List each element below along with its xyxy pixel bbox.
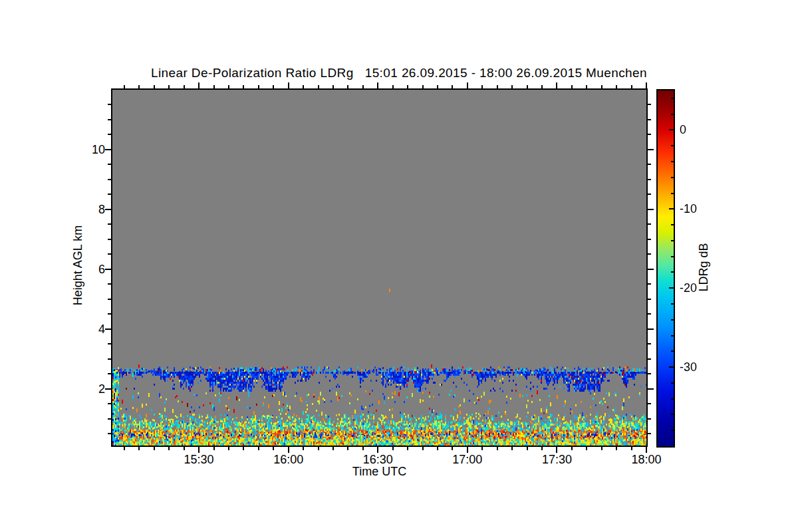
x-major-tick (556, 447, 557, 453)
y-tick-label: 2 (65, 382, 105, 396)
y-major-tick (105, 149, 111, 150)
x-minor-tick (362, 85, 364, 88)
x-major-tick (288, 82, 289, 88)
x-minor-tick (422, 85, 424, 88)
colorbar (658, 90, 674, 446)
x-minor-tick (497, 447, 498, 450)
x-minor-tick (318, 447, 319, 450)
y-minor-tick (108, 223, 111, 225)
x-minor-tick (303, 85, 304, 88)
colorbar-minor-tick (671, 161, 674, 162)
colorbar-minor-tick (671, 350, 674, 352)
y-minor-tick (108, 104, 111, 105)
x-minor-tick (407, 447, 408, 450)
y-major-tick (648, 329, 654, 330)
x-minor-tick (213, 447, 215, 450)
x-minor-tick (347, 447, 348, 450)
colorbar-minor-tick (671, 114, 674, 115)
x-minor-tick (124, 447, 125, 450)
x-minor-tick (332, 85, 334, 88)
x-minor-tick (527, 85, 528, 88)
x-minor-tick (168, 85, 170, 88)
x-minor-tick (138, 85, 140, 88)
y-minor-tick (648, 403, 651, 404)
x-minor-tick (452, 447, 453, 450)
x-minor-tick (258, 85, 259, 88)
x-minor-tick (571, 447, 573, 450)
x-minor-tick (541, 85, 543, 88)
x-minor-tick (511, 85, 513, 88)
x-minor-tick (437, 85, 438, 88)
x-minor-tick (213, 85, 215, 88)
x-minor-tick (511, 447, 513, 450)
y-tick-label: 6 (65, 263, 105, 276)
y-minor-tick (108, 313, 111, 315)
y-tick-label: 8 (65, 203, 105, 216)
x-major-tick (198, 447, 200, 453)
colorbar-tick-label: -10 (680, 202, 697, 215)
x-minor-tick (228, 447, 229, 450)
x-minor-tick (422, 447, 424, 450)
x-major-tick (288, 447, 289, 453)
x-minor-tick (362, 447, 364, 450)
x-minor-tick (497, 85, 498, 88)
x-major-tick (377, 447, 378, 453)
colorbar-minor-tick (671, 335, 674, 336)
x-tick-label: 18:00 (618, 453, 674, 466)
colorbar-minor-tick (671, 256, 674, 257)
x-minor-tick (243, 85, 244, 88)
x-minor-tick (527, 447, 528, 450)
y-minor-tick (108, 433, 111, 434)
x-axis-label: Time UTC (112, 465, 646, 479)
y-minor-tick (648, 358, 651, 360)
heatmap-plot-area (112, 90, 646, 446)
y-tick-label: 4 (65, 323, 105, 336)
colorbar-minor-tick (671, 224, 674, 225)
colorbar-minor-tick (671, 145, 674, 146)
y-major-tick (648, 209, 654, 210)
y-minor-tick (108, 134, 111, 135)
x-tick-label: 16:30 (350, 453, 406, 466)
x-major-tick (556, 82, 557, 88)
x-tick-label: 16:00 (261, 453, 317, 466)
y-minor-tick (648, 299, 651, 300)
y-minor-tick (108, 403, 111, 404)
x-minor-tick (184, 85, 185, 88)
y-minor-tick (648, 119, 651, 120)
y-major-tick (648, 269, 654, 270)
colorbar-minor-tick (671, 177, 674, 178)
colorbar-major-tick (669, 208, 674, 209)
x-minor-tick (273, 447, 274, 450)
y-minor-tick (108, 418, 111, 420)
y-minor-tick (648, 283, 651, 285)
y-major-tick (648, 149, 654, 150)
y-minor-tick (648, 194, 651, 195)
y-minor-tick (648, 253, 651, 255)
x-minor-tick (392, 447, 394, 450)
x-minor-tick (586, 447, 587, 450)
colorbar-minor-tick (671, 430, 674, 431)
colorbar-tick-label: -20 (680, 281, 697, 295)
x-minor-tick (437, 447, 438, 450)
x-minor-tick (571, 85, 573, 88)
x-tick-label: 17:00 (440, 453, 495, 466)
y-minor-tick (108, 299, 111, 300)
x-tick-label: 17:30 (529, 453, 585, 466)
colorbar-minor-tick (671, 414, 674, 415)
x-minor-tick (258, 447, 259, 450)
y-minor-tick (108, 119, 111, 120)
y-minor-tick (648, 223, 651, 225)
colorbar-major-tick (669, 287, 674, 289)
colorbar-minor-tick (671, 98, 674, 99)
colorbar-major-tick (669, 129, 674, 130)
y-minor-tick (648, 373, 651, 374)
x-minor-tick (586, 85, 587, 88)
x-minor-tick (154, 447, 155, 450)
x-major-tick (467, 447, 468, 453)
x-minor-tick (184, 447, 185, 450)
y-major-tick (105, 269, 111, 270)
x-minor-tick (228, 85, 229, 88)
x-minor-tick (154, 85, 155, 88)
y-minor-tick (648, 164, 651, 165)
y-minor-tick (648, 418, 651, 420)
